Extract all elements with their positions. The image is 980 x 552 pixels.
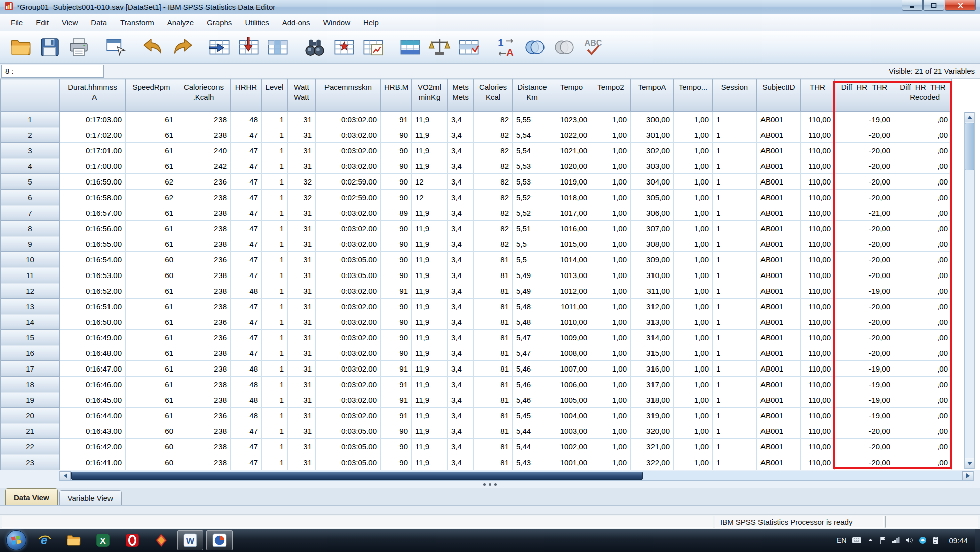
row-number[interactable]: 8 [1, 221, 60, 236]
cell[interactable]: 1,00 [674, 236, 713, 252]
cell[interactable]: 300,00 [631, 112, 674, 127]
case-cell-reference[interactable]: 8 : [1, 65, 104, 78]
cell[interactable]: 1,00 [591, 299, 631, 314]
cell[interactable]: 81 [474, 377, 513, 392]
cell[interactable]: ,00 [894, 252, 952, 267]
cell[interactable]: AB001 [757, 127, 801, 143]
cell[interactable]: 1,00 [674, 439, 713, 454]
cell[interactable]: 31 [288, 314, 316, 330]
cell[interactable]: AB001 [757, 283, 801, 299]
menu-utilities[interactable]: Utilities [238, 15, 275, 30]
row-number[interactable]: 12 [1, 283, 60, 299]
cell[interactable]: 3,4 [448, 439, 474, 454]
cell[interactable]: 1 [262, 377, 288, 392]
cell[interactable]: 32 [288, 174, 316, 190]
windows-explorer-icon[interactable] [61, 530, 87, 550]
cell[interactable]: 110,00 [801, 330, 835, 345]
row-number[interactable]: 23 [1, 454, 60, 470]
cell[interactable]: 5,47 [513, 330, 552, 345]
cell[interactable]: 1,00 [591, 392, 631, 408]
cell[interactable]: 110,00 [801, 252, 835, 267]
menu-view[interactable]: View [55, 15, 84, 30]
cell[interactable]: 47 [231, 423, 262, 439]
cell[interactable]: 3,4 [448, 267, 474, 283]
clock[interactable]: 09:44 [949, 536, 968, 545]
row-number[interactable]: 22 [1, 439, 60, 454]
cell[interactable]: 31 [288, 392, 316, 408]
menu-edit[interactable]: Edit [29, 15, 55, 30]
cell[interactable]: 12 [412, 174, 448, 190]
cell[interactable]: -19,00 [835, 112, 894, 127]
cell[interactable]: ,00 [894, 112, 952, 127]
cell[interactable]: 5,44 [513, 439, 552, 454]
start-button[interactable] [6, 530, 26, 550]
cell[interactable]: 5,52 [513, 190, 552, 205]
cell[interactable]: 1 [713, 454, 757, 470]
cell[interactable]: ,00 [894, 314, 952, 330]
cell[interactable]: 1,00 [591, 408, 631, 423]
cell[interactable]: 0:16:51.00 [60, 299, 126, 314]
menu-transform[interactable]: Transform [114, 15, 161, 30]
cell[interactable]: 31 [288, 236, 316, 252]
weight-cases-icon[interactable] [425, 33, 454, 61]
cell[interactable]: 82 [474, 158, 513, 174]
cell[interactable]: 3,4 [448, 158, 474, 174]
cell[interactable]: 31 [288, 127, 316, 143]
cell[interactable]: ,00 [894, 158, 952, 174]
cell[interactable]: 82 [474, 221, 513, 236]
cell[interactable]: ,00 [894, 392, 952, 408]
cell[interactable]: 60 [126, 423, 177, 439]
cell[interactable]: 31 [288, 112, 316, 127]
column-header-Tempo...[interactable]: Tempo... [674, 79, 713, 112]
cell[interactable]: 0:17:03.00 [60, 112, 126, 127]
cell[interactable]: 238 [177, 267, 231, 283]
cell[interactable]: 0:03:02.00 [316, 330, 381, 345]
cell[interactable]: 1020,00 [552, 158, 591, 174]
cell[interactable]: 90 [381, 158, 412, 174]
cell[interactable]: 0:03:02.00 [316, 361, 381, 377]
scroll-right-button[interactable] [962, 471, 973, 480]
column-header-MetsMets[interactable]: MetsMets [448, 79, 474, 112]
cell[interactable]: 110,00 [801, 377, 835, 392]
cell[interactable]: 1 [262, 127, 288, 143]
cell[interactable]: 60 [126, 454, 177, 470]
cell[interactable]: 1018,00 [552, 190, 591, 205]
cell[interactable]: 47 [231, 205, 262, 221]
cell[interactable]: 3,4 [448, 252, 474, 267]
cell[interactable]: 90 [381, 143, 412, 158]
cell[interactable]: 238 [177, 190, 231, 205]
cell[interactable]: 302,00 [631, 143, 674, 158]
cell[interactable]: 110,00 [801, 267, 835, 283]
cell[interactable]: ,00 [894, 267, 952, 283]
menu-graphs[interactable]: Graphs [200, 15, 238, 30]
cell[interactable]: 1 [262, 423, 288, 439]
cell[interactable]: AB001 [757, 408, 801, 423]
scroll-up-button[interactable] [965, 112, 974, 122]
cell[interactable]: 1010,00 [552, 314, 591, 330]
cell[interactable]: AB001 [757, 252, 801, 267]
messenger-icon[interactable] [919, 536, 927, 544]
row-number[interactable]: 14 [1, 314, 60, 330]
cell[interactable]: 11,9 [412, 330, 448, 345]
cell[interactable]: 305,00 [631, 190, 674, 205]
cell[interactable]: 61 [126, 221, 177, 236]
spell-check-icon[interactable]: ABC [579, 33, 608, 61]
network-icon[interactable] [892, 537, 900, 544]
cell[interactable]: ,00 [894, 127, 952, 143]
media-player-icon[interactable] [148, 530, 174, 550]
cell[interactable]: 110,00 [801, 127, 835, 143]
cell[interactable]: 1004,00 [552, 408, 591, 423]
row-number[interactable]: 10 [1, 252, 60, 267]
cell[interactable]: 60 [126, 439, 177, 454]
cell[interactable]: 90 [381, 221, 412, 236]
cell[interactable]: AB001 [757, 299, 801, 314]
cell[interactable]: 90 [381, 190, 412, 205]
cell[interactable]: -20,00 [835, 127, 894, 143]
column-header-WattWatt[interactable]: WattWatt [288, 79, 316, 112]
column-header-Pacemmsskm[interactable]: Pacemmsskm [316, 79, 381, 112]
cell[interactable]: 0:03:02.00 [316, 345, 381, 361]
cell[interactable]: 1,00 [591, 205, 631, 221]
cell[interactable]: 5,5 [513, 236, 552, 252]
keyboard-icon[interactable] [852, 537, 862, 544]
cell[interactable]: 110,00 [801, 408, 835, 423]
